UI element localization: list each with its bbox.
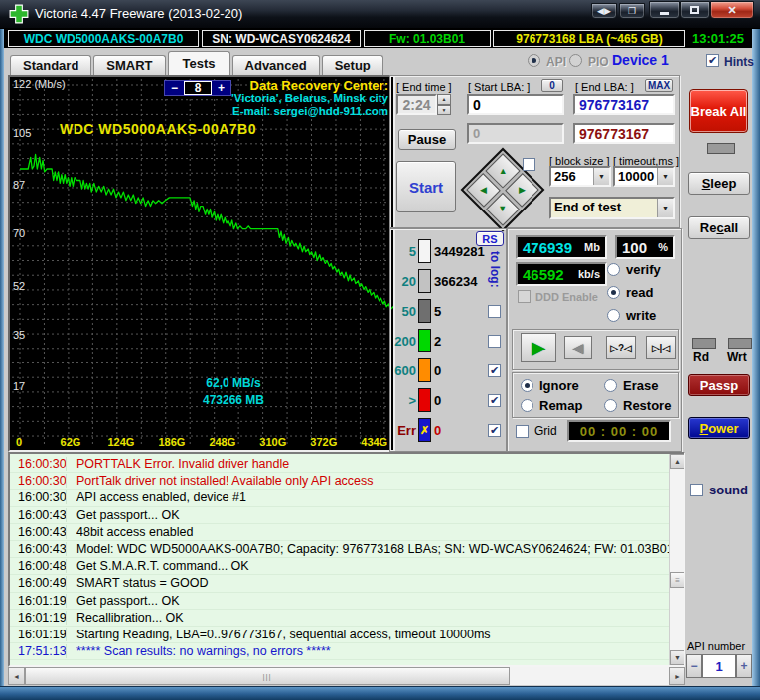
x-axis-tick: 372G bbox=[308, 436, 340, 448]
log-scroll-thumb[interactable]: ≡ bbox=[670, 572, 684, 588]
play-button[interactable]: ▶ bbox=[521, 333, 556, 362]
reverse-button[interactable]: ◀ bbox=[564, 336, 592, 359]
verify-radio[interactable] bbox=[607, 263, 620, 276]
start-lba-input[interactable]: 0 bbox=[467, 94, 564, 115]
minimize-button[interactable] bbox=[649, 1, 680, 19]
scroll-up-button[interactable]: ▲ bbox=[670, 454, 684, 469]
grid-checkbox[interactable] bbox=[516, 425, 529, 438]
hscroll-thumb[interactable]: ||| bbox=[25, 667, 510, 685]
end-action-combo[interactable]: End of test ▼ bbox=[549, 197, 675, 219]
scroll-down-button[interactable]: ▼ bbox=[670, 650, 684, 665]
maximize-button[interactable] bbox=[680, 1, 710, 19]
app-icon bbox=[9, 4, 29, 24]
log-horizontal-scrollbar[interactable]: ◄ ||| ► bbox=[8, 667, 685, 685]
passport-button[interactable]: Passp bbox=[688, 374, 750, 396]
start-lba-reset-button[interactable]: 0 bbox=[541, 79, 563, 92]
recall-button[interactable]: Recall bbox=[688, 216, 750, 239]
jog-option-checkbox[interactable] bbox=[523, 158, 535, 171]
latency-count: 5 bbox=[434, 304, 441, 319]
api-minus-button[interactable]: − bbox=[686, 654, 702, 678]
latency-swatch bbox=[418, 239, 431, 263]
latency-threshold: 200 bbox=[392, 334, 416, 349]
hints-checkbox[interactable]: ✔ bbox=[706, 54, 719, 67]
scroll-right-button[interactable]: ► bbox=[669, 667, 685, 685]
restore-radio[interactable] bbox=[604, 399, 617, 412]
hints-label: Hints bbox=[724, 55, 754, 69]
tab-row: StandardSMARTTestsAdvancedSetup API PIO … bbox=[4, 48, 752, 75]
api-radio[interactable] bbox=[528, 54, 540, 67]
title-bar[interactable]: Victoria 4.47 Freeware (2013-02-20) ◀▶ ❐… bbox=[0, 0, 760, 29]
read-radio[interactable] bbox=[607, 286, 620, 299]
log-message: ***** Scan results: no warnings, no erro… bbox=[66, 644, 669, 658]
write-radio[interactable] bbox=[607, 309, 620, 322]
remap-radio[interactable] bbox=[521, 399, 533, 412]
scale-minus-button[interactable]: − bbox=[165, 81, 184, 95]
end-lba-max-button[interactable]: MAX bbox=[645, 79, 673, 92]
log-message: PortTalk driver not installed! Available… bbox=[66, 474, 669, 488]
tab-advanced[interactable]: Advanced bbox=[232, 55, 320, 75]
close-button[interactable]: ✕ bbox=[710, 1, 754, 19]
log-message: Get S.M.A.R.T. command... OK bbox=[66, 559, 669, 573]
api-plus-button[interactable]: + bbox=[736, 654, 752, 678]
api-number-value: 1 bbox=[702, 654, 736, 678]
latency-row: >0✔ bbox=[392, 385, 505, 415]
scroll-left-button[interactable]: ◄ bbox=[8, 667, 25, 685]
ddd-enable-checkbox[interactable] bbox=[518, 290, 531, 303]
end-time-field[interactable]: 2:24 bbox=[396, 94, 437, 115]
y-axis-tick: 35 bbox=[13, 329, 25, 341]
popout-button[interactable]: ❐ bbox=[619, 3, 645, 19]
latency-threshold: 50 bbox=[392, 304, 416, 319]
y-axis-tick: 52 bbox=[13, 280, 25, 292]
clock: 13:01:25 bbox=[687, 30, 749, 47]
break-all-button[interactable]: Break All bbox=[689, 89, 748, 133]
tab-setup[interactable]: Setup bbox=[322, 55, 383, 75]
sound-checkbox[interactable] bbox=[690, 484, 703, 496]
end-lba-input[interactable]: 976773167 bbox=[573, 94, 675, 115]
spin-up-icon[interactable]: ▲ bbox=[437, 94, 451, 105]
ddd-enable-label: DDD Enable bbox=[535, 291, 598, 303]
log-threshold-checkbox[interactable]: ✔ bbox=[488, 364, 501, 377]
sleep-button[interactable]: Sleep bbox=[688, 172, 750, 195]
tab-tests[interactable]: Tests bbox=[168, 51, 230, 75]
pio-radio[interactable] bbox=[569, 54, 582, 67]
x-axis-tick: 186G bbox=[156, 436, 188, 448]
log-threshold-checkbox[interactable] bbox=[488, 335, 501, 348]
pause-button[interactable]: Pause bbox=[398, 129, 456, 150]
drive-capacity: 976773168 LBA (~465 GB) bbox=[493, 30, 685, 47]
erase-radio[interactable] bbox=[604, 379, 617, 392]
log-threshold-checkbox[interactable]: ✔ bbox=[488, 394, 501, 407]
power-button[interactable]: Power bbox=[688, 417, 750, 439]
log-message: API access enabled, device #1 bbox=[66, 490, 669, 504]
tab-smart[interactable]: SMART bbox=[93, 55, 165, 75]
log-vertical-scrollbar[interactable]: ▲ ≡ ▼ bbox=[669, 454, 684, 665]
log-threshold-checkbox[interactable] bbox=[488, 305, 501, 318]
device-nav-button[interactable]: ◀▶ bbox=[591, 3, 617, 19]
end-time-label: [ End time ] bbox=[396, 81, 452, 93]
dropdown-arrow-icon[interactable]: ▼ bbox=[593, 168, 609, 185]
ignore-radio[interactable] bbox=[521, 379, 533, 392]
spin-down-icon[interactable]: ▼ bbox=[437, 105, 451, 116]
scroll-left-icon: ◄ bbox=[13, 673, 20, 680]
tab-standard[interactable]: Standard bbox=[10, 55, 91, 75]
scale-plus-button[interactable]: + bbox=[212, 81, 230, 95]
log-timestamp: 16:00:48 bbox=[10, 559, 66, 573]
latency-swatch: ✗ bbox=[418, 418, 431, 442]
start-button[interactable]: Start bbox=[396, 161, 456, 212]
random-seek-button[interactable]: ▷?◁ bbox=[606, 336, 636, 359]
log-timestamp: 16:00:30 bbox=[10, 490, 66, 504]
timeout-combo[interactable]: 10000 ▼ bbox=[613, 166, 675, 187]
x-axis-tick: 434G bbox=[359, 436, 390, 448]
dropdown-arrow-icon[interactable]: ▼ bbox=[657, 168, 673, 185]
window-frame-right bbox=[752, 29, 760, 686]
down-arrow-icon: ▼ bbox=[499, 204, 508, 213]
log-timestamp: 17:51:13 bbox=[10, 644, 66, 658]
y-axis-tick: 70 bbox=[13, 227, 25, 239]
dropdown-arrow-icon[interactable]: ▼ bbox=[657, 199, 673, 217]
log-threshold-checkbox[interactable]: ✔ bbox=[488, 424, 501, 437]
butterfly-button[interactable]: ▷|◁ bbox=[646, 336, 676, 359]
latency-row: 6000✔ bbox=[392, 355, 505, 385]
event-log[interactable]: 16:00:30PORTTALK Error. Invalid driver h… bbox=[8, 452, 685, 667]
log-row: 16:00:30PortTalk driver not installed! A… bbox=[10, 473, 669, 490]
read-led-label: Rd bbox=[693, 350, 709, 364]
block-size-combo[interactable]: 256 ▼ bbox=[549, 166, 611, 187]
